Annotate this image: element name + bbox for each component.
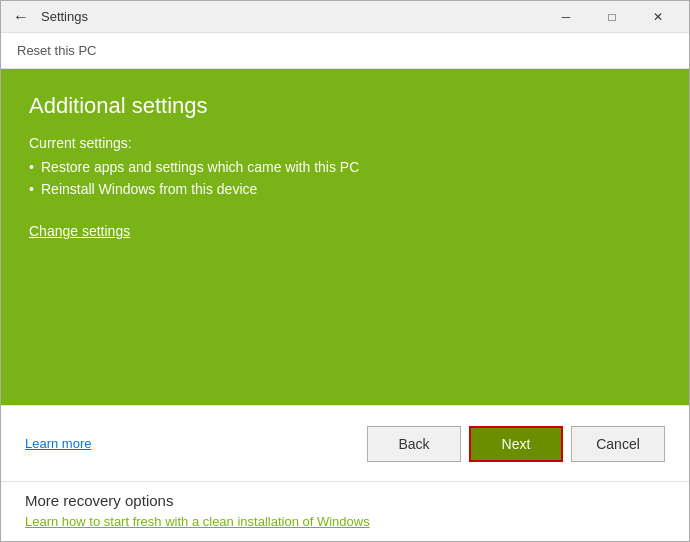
close-button[interactable]: ✕ [635,1,681,33]
list-item: Reinstall Windows from this device [29,181,661,197]
settings-list: Restore apps and settings which came wit… [29,159,661,203]
change-settings-link[interactable]: Change settings [29,223,661,239]
bottom-bar: Learn more Back Next Cancel [1,405,689,481]
current-settings-label: Current settings: [29,135,661,151]
more-recovery-link[interactable]: Learn how to start fresh with a clean in… [25,514,370,529]
window-controls: ─ □ ✕ [543,1,681,33]
cancel-button[interactable]: Cancel [571,426,665,462]
additional-settings-panel: Additional settings Current settings: Re… [1,69,689,405]
more-recovery-section: More recovery options Learn how to start… [1,481,689,541]
more-recovery-title: More recovery options [25,492,665,509]
title-bar: ← Settings ─ □ ✕ [1,1,689,33]
breadcrumb: Reset this PC [17,43,96,58]
minimize-icon: ─ [562,10,571,24]
bottom-buttons: Back Next Cancel [367,426,665,462]
maximize-icon: □ [608,10,615,24]
main-content: Additional settings Current settings: Re… [1,69,689,541]
maximize-button[interactable]: □ [589,1,635,33]
window-title: Settings [33,9,543,24]
back-icon[interactable]: ← [9,5,33,29]
panel-title: Additional settings [29,93,661,119]
learn-more-link[interactable]: Learn more [25,436,91,451]
next-button[interactable]: Next [469,426,563,462]
minimize-button[interactable]: ─ [543,1,589,33]
settings-window: ← Settings ─ □ ✕ Reset this PC Additiona… [0,0,690,542]
list-item: Restore apps and settings which came wit… [29,159,661,175]
close-icon: ✕ [653,10,663,24]
breadcrumb-bar: Reset this PC [1,33,689,69]
back-button[interactable]: Back [367,426,461,462]
